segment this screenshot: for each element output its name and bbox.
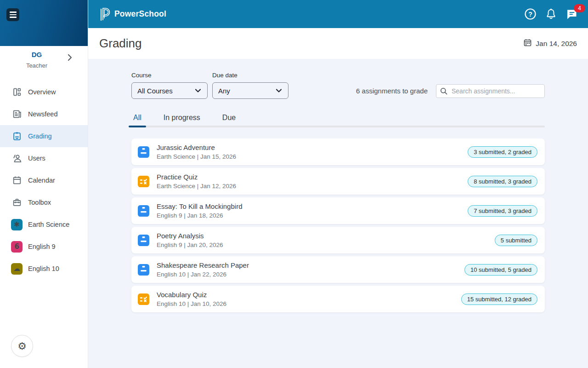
svg-text:?: ? [528,11,532,18]
assignment-list: Jurassic Adventure Earth Science | Jan 1… [131,138,545,312]
sidebar-hero [0,0,88,46]
assignment-title: Shakespeare Research Paper [157,261,249,269]
search-icon [440,87,447,95]
date-text: Jan 14, 2026 [536,40,577,48]
due-date-select-value: Any [218,87,230,95]
assignment-title: Essay: To Kill a Mockingbird [157,202,242,210]
calendar-icon [524,39,531,48]
course-label: English 9 [28,243,56,250]
filters-row: Course All Courses Due date Any 6 assign… [131,72,545,99]
overview-icon [12,87,22,97]
due-date-select[interactable]: Any [212,82,288,99]
assignment-meta: Earth Science | Jan 12, 2026 [157,183,236,190]
assignment-row[interactable]: Practice Quiz Earth Science | Jan 12, 20… [131,168,545,195]
submission-status-badge: 15 submitted, 12 graded [461,293,537,305]
assignment-row[interactable]: Vocabulary Quiz English 10 | Jan 10, 202… [131,286,545,312]
chevron-right-icon[interactable] [67,54,73,63]
bell-icon[interactable] [545,8,557,20]
page-title: Grading [99,36,142,51]
tabs: All In progress Due [131,111,545,127]
submission-status-badge: 7 submitted, 3 graded [468,205,537,217]
six-course-thumbnail: 6 [11,241,23,253]
submission-status-badge: 3 submitted, 2 graded [468,146,537,158]
sidebar-item-overview[interactable]: Overview [0,81,88,103]
quiz-icon [138,293,149,305]
assignment-row[interactable]: Poetry Analysis English 9 | Jan 20, 2026… [131,227,545,253]
header-date: Jan 14, 2026 [524,39,577,48]
assignment-meta: English 9 | Jan 18, 2026 [157,212,242,219]
asterisk-course-thumbnail: ✱ [11,219,23,230]
due-date-filter-label: Due date [212,72,288,79]
assignment-row[interactable]: Jurassic Adventure Earth Science | Jan 1… [131,138,545,165]
sidebar-item-toolbox[interactable]: Toolbox [0,191,88,213]
submission-status-badge: 10 submitted, 5 graded [464,264,537,276]
topbar: PowerSchool ? 4 [88,0,588,28]
assignment-row[interactable]: Shakespeare Research Paper English 10 | … [131,256,545,283]
main-content: Course All Courses Due date Any 6 assign… [88,59,588,368]
assignment-title: Poetry Analysis [157,232,223,240]
sidebar-item-users[interactable]: Users [0,147,88,169]
quiz-icon [138,176,149,187]
chevron-down-icon [275,87,283,94]
messages-unread-badge: 4 [574,4,585,12]
topbar-actions: ? 4 [524,8,578,20]
tab-due[interactable]: Due [220,111,237,127]
calendar-icon [12,175,22,185]
powerschool-logo-icon [99,7,110,21]
assignment-icon [138,235,149,246]
course-label: English 10 [28,265,59,272]
sidebar-nav: Overview Newsfeed Grading Users Calendar… [0,81,88,213]
submission-status-badge: 8 submitted, 3 graded [468,176,537,187]
sidebar-item-label: Users [28,155,45,162]
search-box[interactable] [436,84,545,98]
grading-icon [12,131,22,141]
course-select[interactable]: All Courses [131,82,208,99]
sidebar-item-label: Grading [28,132,52,140]
assignment-row[interactable]: Essay: To Kill a Mockingbird English 9 |… [131,197,545,224]
assignment-title: Jurassic Adventure [157,144,236,151]
messages-icon[interactable]: 4 [565,8,578,20]
users-icon [12,153,22,163]
assignment-icon [138,146,149,158]
sidebar-item-label: Overview [28,88,56,96]
sidebar-item-label: Calendar [28,177,55,184]
brand-name: PowerSchool [114,9,166,19]
sidebar-courses: ✱ Earth Science 6 English 9 ☁ English 10 [0,213,88,280]
assignment-meta: English 10 | Jan 22, 2026 [157,271,249,278]
submission-status-badge: 5 submitted [495,235,537,246]
sidebar-item-grading[interactable]: Grading [0,125,88,147]
sidebar-course-english-9[interactable]: 6 English 9 [0,236,88,258]
page-header: Grading Jan 14, 2026 [88,28,588,59]
profile-section[interactable]: DG Teacher [0,46,88,75]
course-filter-label: Course [131,72,208,79]
tab-all[interactable]: All [131,111,143,127]
assignment-title: Practice Quiz [157,173,236,181]
sidebar-item-calendar[interactable]: Calendar [0,169,88,191]
assignment-meta: English 10 | Jan 10, 2026 [157,300,226,307]
chevron-down-icon [194,87,202,94]
assignment-icon [138,264,149,276]
profile-role: Teacher [0,62,74,69]
brand[interactable]: PowerSchool [99,7,166,21]
assignment-meta: English 9 | Jan 20, 2026 [157,242,223,248]
assignment-meta: Earth Science | Jan 15, 2026 [157,153,236,160]
gear-icon[interactable]: ⚙ [11,335,33,357]
assignment-icon [138,205,149,217]
profile-initials: DG [0,51,74,58]
course-label: Earth Science [28,221,69,228]
menu-icon[interactable] [6,8,19,21]
cloud-course-thumbnail: ☁ [11,263,23,275]
sidebar-course-english-10[interactable]: ☁ English 10 [0,258,88,280]
sidebar-item-newsfeed[interactable]: Newsfeed [0,103,88,125]
toolbox-icon [12,197,22,207]
sidebar-course-earth-science[interactable]: ✱ Earth Science [0,213,88,236]
tab-in-progress[interactable]: In progress [162,111,202,127]
sidebar-item-label: Newsfeed [28,110,57,118]
sidebar: DG Teacher Overview Newsfeed Grading Use… [0,0,88,368]
search-input[interactable] [452,87,541,95]
sidebar-item-label: Toolbox [28,199,51,206]
assignments-count: 6 assignments to grade [356,87,428,95]
newsfeed-icon [12,109,22,119]
course-select-value: All Courses [137,87,173,95]
help-icon[interactable]: ? [524,8,537,20]
